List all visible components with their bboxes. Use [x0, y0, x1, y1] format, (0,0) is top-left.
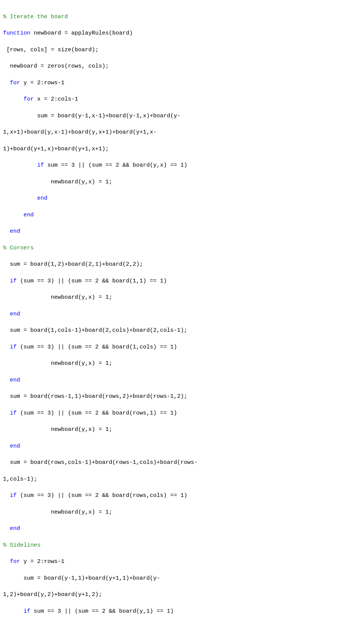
keyword-if-4: if: [10, 410, 17, 416]
code-line-20a: [3, 344, 10, 350]
code-line-5b: x = 2:cols-1: [34, 96, 78, 102]
keyword-if-6: if: [24, 608, 30, 615]
code-line-24b: (sum == 3) || (sum == 2 && board(rows,1)…: [17, 410, 177, 416]
code-editor: % Iterate the board function newboard = …: [3, 5, 361, 618]
keyword-for-2: for: [24, 96, 34, 102]
keyword-if-2: if: [10, 278, 17, 284]
code-line-4a: [3, 80, 10, 86]
code-line-15: sum = board(1,2)+board(2,1)+board(2,2);: [3, 261, 143, 268]
code-line-16a: [3, 278, 10, 284]
code-line-20b: (sum == 3) || (sum == 2 && board(1,cols)…: [17, 344, 177, 350]
code-line-5a: [3, 96, 24, 102]
keyword-end-6: end: [10, 443, 20, 449]
code-line-29a: [3, 492, 10, 499]
keyword-end-3: end: [10, 228, 20, 235]
code-line-33b: y = 2:rows-1: [20, 558, 64, 565]
code-line-22a: [3, 377, 10, 383]
code-line-27: sum = board(rows,cols-1)+board(rows-1,co…: [3, 459, 198, 466]
keyword-for-1: for: [10, 80, 20, 86]
code-line-4b: y = 2:rows-1: [20, 80, 64, 86]
keyword-end-1: end: [37, 195, 47, 202]
code-line-21: newboard(y,x) = 1;: [3, 360, 112, 367]
code-line-10: newboard(y,x) = 1;: [3, 179, 112, 185]
comment-corners: % Corners: [3, 245, 34, 251]
keyword-if-3: if: [10, 344, 17, 350]
code-line-9b: sum == 3 || (sum == 2 && board(y,x) == 1…: [44, 162, 187, 169]
keyword-end-4: end: [10, 311, 20, 317]
code-line-18a: [3, 311, 10, 317]
code-line-11a: [3, 195, 37, 202]
code-line-28: 1,cols-1);: [3, 476, 37, 482]
code-line-35: 1,2)+board(y,2)+board(y+1,2);: [3, 591, 102, 598]
comment-sidelines: % Sidelines: [3, 542, 41, 549]
code-line-29b: (sum == 3) || (sum == 2 && board(rows,co…: [17, 492, 187, 499]
code-line-33a: [3, 558, 10, 565]
code-line-26a: [3, 443, 10, 449]
code-line-12a: [3, 212, 24, 218]
code-line-3: newboard = zeros(rows, cols);: [3, 63, 109, 69]
code-line-8: 1)+board(y+1,x)+board(y+1,x+1);: [3, 146, 109, 152]
keyword-end-7: end: [10, 525, 20, 532]
code-line-23: sum = board(rows-1,1)+board(rows,2)+boar…: [3, 393, 187, 400]
code-line-19: sum = board(1,cols-1)+board(2,cols)+boar…: [3, 327, 187, 334]
code-line-36a: [3, 608, 24, 615]
keyword-function: function: [3, 30, 30, 36]
keyword-end-2: end: [24, 212, 34, 218]
keyword-for-3: for: [10, 558, 20, 565]
code-line-31a: [3, 525, 10, 532]
comment-iterate: % Iterate the board: [3, 14, 68, 20]
code-line-25: newboard(y,x) = 1;: [3, 426, 112, 433]
code-line-34: sum = board(y-1,1)+board(y+1,1)+board(y-: [3, 575, 160, 582]
code-line-1: newboard = applayRules(board): [30, 30, 133, 36]
code-line-6: sum = board(y-1,x-1)+board(y-1,x)+board(…: [3, 113, 180, 119]
code-line-13a: [3, 228, 10, 235]
keyword-if-1: if: [37, 162, 44, 169]
keyword-if-5: if: [10, 492, 17, 499]
code-line-17: newboard(y,x) = 1;: [3, 294, 112, 301]
code-line-30: newboard(y,x) = 1;: [3, 509, 112, 516]
code-line-7: 1,x+1)+board(y,x-1)+board(y,x+1)+board(y…: [3, 129, 157, 136]
code-line-16b: (sum == 3) || (sum == 2 && board(1,1) ==…: [17, 278, 167, 284]
code-line-9a: [3, 162, 37, 169]
code-line-2: [rows, cols] = size(board);: [3, 47, 99, 53]
code-line-24a: [3, 410, 10, 416]
keyword-end-5: end: [10, 377, 20, 383]
code-line-36b: sum == 3 || (sum == 2 && board(y,1) == 1…: [30, 608, 174, 615]
